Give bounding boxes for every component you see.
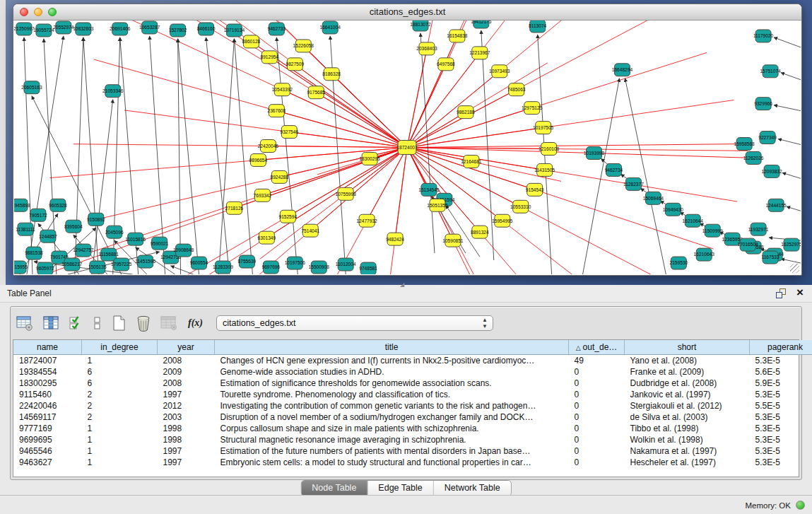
table-cell[interactable]: 5.6E-5 xyxy=(750,366,812,378)
table-cell[interactable]: Yano et al. (2008) xyxy=(625,355,750,367)
network-node[interactable]: 8891324 xyxy=(471,226,489,238)
select-all-icon[interactable] xyxy=(69,314,84,332)
table-cell[interactable]: 2008 xyxy=(158,355,215,367)
network-node[interactable]: 6301349 xyxy=(258,231,276,244)
network-node[interactable]: 8912954 xyxy=(261,51,279,64)
network-node[interactable]: 10197505 xyxy=(533,122,554,134)
network-node[interactable]: 21053346 xyxy=(102,85,124,98)
table-row[interactable]: 946362711997Embryonic stem cells: a mode… xyxy=(13,457,812,468)
table-cell[interactable]: 18724007 xyxy=(13,355,82,367)
network-graph[interactable]: 21250997 19055724 20552974 10832803 2069… xyxy=(14,21,801,274)
column-header-in_degree[interactable]: in_degree xyxy=(82,340,158,355)
network-node[interactable]: 1505135 xyxy=(88,261,107,274)
table-cell[interactable]: 0 xyxy=(569,389,625,400)
table-cell[interactable]: Investigating the contribution of common… xyxy=(215,400,569,411)
table-cell[interactable]: Hescheler et al. (1997) xyxy=(625,457,750,468)
network-node[interactable]: 9827509 xyxy=(286,58,304,71)
network-window-titlebar[interactable]: citations_edges.txt xyxy=(13,4,801,21)
table-cell[interactable]: 1 xyxy=(82,355,158,367)
table-cell[interactable]: 0 xyxy=(569,411,625,423)
table-cell[interactable]: 5.3E-5 xyxy=(750,434,812,445)
network-node[interactable]: 17957225 xyxy=(111,258,132,271)
network-node[interactable]: 12093832 xyxy=(761,165,782,177)
network-node[interactable]: 11262026 xyxy=(743,151,764,164)
network-node[interactable]: 10553310 xyxy=(510,200,531,213)
table-cell[interactable]: 9699695 xyxy=(13,434,82,445)
table-cell[interactable]: 2003 xyxy=(158,411,215,423)
network-node[interactable]: 1527802 xyxy=(169,24,187,37)
network-node[interactable]: 9462733 xyxy=(268,23,286,35)
table-row[interactable]: 911546021997Tourette syndrome. Phenomeno… xyxy=(13,389,812,400)
table-cell[interactable]: 9463627 xyxy=(13,457,82,468)
table-cell[interactable]: Tibbo et al. (1998) xyxy=(625,423,750,434)
table-cell[interactable]: Wolkin et al. (1998) xyxy=(625,434,750,445)
table-cell[interactable]: 6 xyxy=(82,366,158,378)
network-node[interactable]: 8395604 xyxy=(64,220,83,233)
tab-edge-table[interactable]: Edge Table xyxy=(367,481,433,496)
table-cell[interactable]: 14569117 xyxy=(13,411,82,423)
network-node[interactable]: 15134545 xyxy=(418,183,440,196)
network-node[interactable]: 9590021 xyxy=(151,237,169,250)
window-resize-grip[interactable] xyxy=(790,264,799,273)
table-cell[interactable]: 19384554 xyxy=(13,366,82,378)
network-node[interactable]: 18724007 xyxy=(396,141,418,155)
network-node[interactable]: 8186328 xyxy=(322,68,341,81)
network-node[interactable]: 6497568 xyxy=(437,58,455,71)
network-node[interactable]: 1167533 xyxy=(762,251,779,264)
table-cell[interactable]: 9115460 xyxy=(13,389,82,400)
table-cell[interactable]: 5.3E-5 xyxy=(750,355,812,367)
table-cell[interactable]: 1 xyxy=(82,434,158,445)
network-node[interactable]: 12444155 xyxy=(765,199,787,211)
network-node[interactable]: 10719134 xyxy=(224,24,245,37)
network-node[interactable]: 8466160 xyxy=(197,23,216,35)
network-node[interactable]: 8113074 xyxy=(529,21,546,33)
network-node[interactable]: 10586217 xyxy=(61,258,83,271)
network-node[interactable]: 9227349 xyxy=(758,132,777,144)
network-node[interactable]: 9482424 xyxy=(386,233,404,245)
network-node[interactable]: 9896654 xyxy=(249,153,268,166)
table-cell[interactable]: 0 xyxy=(569,378,625,389)
column-header-out_de[interactable]: △out_de… xyxy=(569,340,625,355)
network-node[interactable]: 15751074 xyxy=(760,65,781,78)
table-cell[interactable]: 2 xyxy=(82,400,158,411)
table-cell[interactable]: 9777169 xyxy=(13,423,82,434)
table-cell[interactable]: 1 xyxy=(82,457,158,468)
network-node[interactable]: 9862188 xyxy=(457,106,475,119)
network-node[interactable]: 22420046 xyxy=(258,140,279,153)
network-node[interactable]: 11015816 xyxy=(125,233,146,245)
network-node[interactable]: 11283309 xyxy=(213,261,233,274)
table-cell[interactable]: 6 xyxy=(82,378,158,389)
table-row[interactable]: 969969511998Structural magnetic resonanc… xyxy=(13,434,812,445)
network-node[interactable]: 9605328 xyxy=(49,199,67,211)
table-cell[interactable]: Nakamura et al. (1997) xyxy=(625,445,750,457)
table-cell[interactable]: 22420046 xyxy=(13,400,82,411)
network-node[interactable]: 15226058 xyxy=(293,40,314,52)
network-node[interactable]: 16154838 xyxy=(447,30,468,42)
column-header-name[interactable]: name xyxy=(13,340,82,355)
table-cell[interactable]: 2 xyxy=(82,389,158,400)
network-node[interactable]: 12477932 xyxy=(356,214,377,227)
network-node[interactable]: 3315955 xyxy=(14,261,28,274)
table-cell[interactable]: 5.9E-5 xyxy=(750,378,812,389)
network-node[interactable]: 7485063 xyxy=(507,83,526,96)
network-node[interactable]: 8924288 xyxy=(271,170,289,183)
network-node[interactable]: 18813072 xyxy=(410,21,431,31)
table-cell[interactable]: 5.3E-5 xyxy=(750,389,812,400)
table-row[interactable]: 1456911722003Disruption of a novel membe… xyxy=(13,411,812,423)
network-node[interactable]: 15051355 xyxy=(427,199,448,211)
delete-column-icon[interactable] xyxy=(136,314,151,332)
network-node[interactable]: 9175685 xyxy=(307,86,325,99)
table-row[interactable]: 1830029562008Estimation of significance … xyxy=(13,378,812,389)
column-header-short[interactable]: short xyxy=(625,340,750,355)
network-node[interactable]: 8755639 xyxy=(238,255,257,268)
network-node[interactable]: 11932971 xyxy=(748,223,769,235)
network-node[interactable]: 19055724 xyxy=(33,24,54,37)
memory-status-icon[interactable] xyxy=(796,501,805,510)
network-node[interactable]: 9327546 xyxy=(280,126,298,139)
network-node[interactable]: 9748581 xyxy=(359,262,377,274)
table-cell[interactable]: 2 xyxy=(82,411,158,423)
table-row[interactable]: 1872400712008Changes of HCN gene express… xyxy=(13,355,812,367)
splitter-handle-icon[interactable]: ◢ xyxy=(400,282,407,287)
network-node[interactable]: 9462734 xyxy=(605,163,623,176)
new-table-icon[interactable] xyxy=(111,314,126,332)
